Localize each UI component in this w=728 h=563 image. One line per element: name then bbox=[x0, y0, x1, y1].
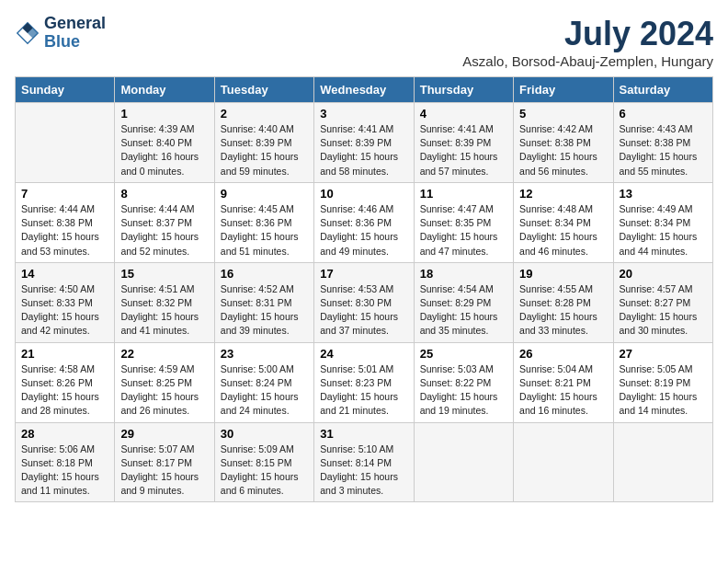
calendar-cell: 5Sunrise: 4:42 AM Sunset: 8:38 PM Daylig… bbox=[514, 103, 613, 183]
header-cell-monday: Monday bbox=[115, 77, 214, 103]
day-number: 13 bbox=[620, 187, 707, 201]
day-number: 12 bbox=[519, 187, 607, 201]
calendar-cell: 15Sunrise: 4:51 AM Sunset: 8:32 PM Dayli… bbox=[115, 262, 214, 342]
day-number: 19 bbox=[519, 267, 607, 281]
cell-content: Sunrise: 5:04 AM Sunset: 8:21 PM Dayligh… bbox=[519, 362, 607, 419]
calendar-cell: 6Sunrise: 4:43 AM Sunset: 8:38 PM Daylig… bbox=[613, 103, 712, 183]
cell-content: Sunrise: 5:07 AM Sunset: 8:17 PM Dayligh… bbox=[120, 442, 208, 499]
week-row-3: 21Sunrise: 4:58 AM Sunset: 8:26 PM Dayli… bbox=[16, 342, 713, 422]
day-number: 31 bbox=[320, 427, 407, 441]
header-cell-sunday: Sunday bbox=[16, 77, 115, 103]
calendar-cell: 11Sunrise: 4:47 AM Sunset: 8:35 PM Dayli… bbox=[414, 182, 513, 262]
calendar-cell: 21Sunrise: 4:58 AM Sunset: 8:26 PM Dayli… bbox=[16, 342, 115, 422]
calendar-header: SundayMondayTuesdayWednesdayThursdayFrid… bbox=[16, 77, 713, 103]
calendar-cell: 18Sunrise: 4:54 AM Sunset: 8:29 PM Dayli… bbox=[414, 262, 513, 342]
day-number: 8 bbox=[120, 187, 208, 201]
calendar-cell: 7Sunrise: 4:44 AM Sunset: 8:38 PM Daylig… bbox=[16, 182, 115, 262]
day-number: 3 bbox=[320, 107, 407, 121]
day-number: 14 bbox=[21, 267, 108, 281]
page-header: General Blue July 2024 Aszalo, Borsod-Ab… bbox=[15, 15, 713, 69]
calendar-cell: 28Sunrise: 5:06 AM Sunset: 8:18 PM Dayli… bbox=[16, 422, 115, 502]
calendar-cell: 17Sunrise: 4:53 AM Sunset: 8:30 PM Dayli… bbox=[314, 262, 414, 342]
cell-content: Sunrise: 5:01 AM Sunset: 8:23 PM Dayligh… bbox=[320, 362, 407, 419]
cell-content: Sunrise: 5:05 AM Sunset: 8:19 PM Dayligh… bbox=[620, 362, 707, 419]
calendar-cell: 4Sunrise: 4:41 AM Sunset: 8:39 PM Daylig… bbox=[414, 103, 513, 183]
header-row: SundayMondayTuesdayWednesdayThursdayFrid… bbox=[16, 77, 713, 103]
cell-content: Sunrise: 4:58 AM Sunset: 8:26 PM Dayligh… bbox=[21, 362, 108, 419]
day-number: 4 bbox=[420, 107, 507, 121]
cell-content: Sunrise: 4:59 AM Sunset: 8:25 PM Dayligh… bbox=[120, 362, 208, 419]
cell-content: Sunrise: 4:53 AM Sunset: 8:30 PM Dayligh… bbox=[320, 282, 407, 339]
cell-content: Sunrise: 5:06 AM Sunset: 8:18 PM Dayligh… bbox=[21, 442, 108, 499]
cell-content: Sunrise: 4:40 AM Sunset: 8:39 PM Dayligh… bbox=[221, 122, 308, 178]
calendar-cell: 8Sunrise: 4:44 AM Sunset: 8:37 PM Daylig… bbox=[115, 182, 214, 262]
week-row-2: 14Sunrise: 4:50 AM Sunset: 8:33 PM Dayli… bbox=[16, 262, 713, 342]
calendar-cell: 27Sunrise: 5:05 AM Sunset: 8:19 PM Dayli… bbox=[613, 342, 712, 422]
title-area: July 2024 Aszalo, Borsod-Abauj-Zemplen, … bbox=[462, 15, 713, 69]
calendar-cell: 22Sunrise: 4:59 AM Sunset: 8:25 PM Dayli… bbox=[115, 342, 214, 422]
calendar-cell: 20Sunrise: 4:57 AM Sunset: 8:27 PM Dayli… bbox=[613, 262, 712, 342]
day-number: 1 bbox=[120, 107, 208, 121]
calendar-cell: 25Sunrise: 5:03 AM Sunset: 8:22 PM Dayli… bbox=[414, 342, 513, 422]
calendar-cell bbox=[16, 103, 115, 183]
logo-line1: General bbox=[44, 15, 106, 33]
cell-content: Sunrise: 4:44 AM Sunset: 8:37 PM Dayligh… bbox=[120, 202, 208, 259]
calendar-table: SundayMondayTuesdayWednesdayThursdayFrid… bbox=[15, 76, 713, 502]
week-row-1: 7Sunrise: 4:44 AM Sunset: 8:38 PM Daylig… bbox=[16, 182, 713, 262]
day-number: 26 bbox=[519, 347, 607, 361]
day-number: 30 bbox=[221, 427, 308, 441]
month-year-title: July 2024 bbox=[462, 15, 713, 53]
day-number: 24 bbox=[320, 347, 407, 361]
day-number: 5 bbox=[519, 107, 607, 121]
calendar-cell: 14Sunrise: 4:50 AM Sunset: 8:33 PM Dayli… bbox=[16, 262, 115, 342]
cell-content: Sunrise: 4:55 AM Sunset: 8:28 PM Dayligh… bbox=[519, 282, 607, 339]
header-cell-thursday: Thursday bbox=[414, 77, 513, 103]
calendar-cell: 23Sunrise: 5:00 AM Sunset: 8:24 PM Dayli… bbox=[214, 342, 313, 422]
calendar-cell: 30Sunrise: 5:09 AM Sunset: 8:15 PM Dayli… bbox=[214, 422, 313, 502]
day-number: 25 bbox=[420, 347, 507, 361]
day-number: 9 bbox=[221, 187, 308, 201]
day-number: 20 bbox=[620, 267, 707, 281]
calendar-cell: 3Sunrise: 4:41 AM Sunset: 8:39 PM Daylig… bbox=[314, 103, 414, 183]
cell-content: Sunrise: 4:39 AM Sunset: 8:40 PM Dayligh… bbox=[120, 122, 208, 178]
cell-content: Sunrise: 5:00 AM Sunset: 8:24 PM Dayligh… bbox=[221, 362, 308, 419]
cell-content: Sunrise: 4:46 AM Sunset: 8:36 PM Dayligh… bbox=[320, 202, 407, 259]
cell-content: Sunrise: 4:41 AM Sunset: 8:39 PM Dayligh… bbox=[420, 122, 507, 178]
calendar-cell: 9Sunrise: 4:45 AM Sunset: 8:36 PM Daylig… bbox=[214, 182, 313, 262]
cell-content: Sunrise: 4:43 AM Sunset: 8:38 PM Dayligh… bbox=[620, 122, 707, 178]
day-number: 16 bbox=[221, 267, 308, 281]
calendar-cell: 2Sunrise: 4:40 AM Sunset: 8:39 PM Daylig… bbox=[214, 103, 313, 183]
logo-line2: Blue bbox=[44, 33, 106, 52]
day-number: 27 bbox=[620, 347, 707, 361]
day-number: 6 bbox=[620, 107, 707, 121]
calendar-cell: 19Sunrise: 4:55 AM Sunset: 8:28 PM Dayli… bbox=[514, 262, 613, 342]
day-number: 29 bbox=[120, 427, 208, 441]
week-row-4: 28Sunrise: 5:06 AM Sunset: 8:18 PM Dayli… bbox=[16, 422, 713, 502]
cell-content: Sunrise: 4:52 AM Sunset: 8:31 PM Dayligh… bbox=[221, 282, 308, 339]
day-number: 28 bbox=[21, 427, 108, 441]
week-row-0: 1Sunrise: 4:39 AM Sunset: 8:40 PM Daylig… bbox=[16, 103, 713, 183]
day-number: 17 bbox=[320, 267, 407, 281]
cell-content: Sunrise: 5:09 AM Sunset: 8:15 PM Dayligh… bbox=[221, 442, 308, 499]
calendar-cell: 26Sunrise: 5:04 AM Sunset: 8:21 PM Dayli… bbox=[514, 342, 613, 422]
cell-content: Sunrise: 5:10 AM Sunset: 8:14 PM Dayligh… bbox=[320, 442, 407, 499]
header-cell-wednesday: Wednesday bbox=[314, 77, 414, 103]
cell-content: Sunrise: 5:03 AM Sunset: 8:22 PM Dayligh… bbox=[420, 362, 507, 419]
cell-content: Sunrise: 4:49 AM Sunset: 8:34 PM Dayligh… bbox=[620, 202, 707, 259]
calendar-cell bbox=[514, 422, 613, 502]
cell-content: Sunrise: 4:41 AM Sunset: 8:39 PM Dayligh… bbox=[320, 122, 407, 178]
day-number: 21 bbox=[21, 347, 108, 361]
calendar-cell: 13Sunrise: 4:49 AM Sunset: 8:34 PM Dayli… bbox=[613, 182, 712, 262]
calendar-cell bbox=[613, 422, 712, 502]
cell-content: Sunrise: 4:54 AM Sunset: 8:29 PM Dayligh… bbox=[420, 282, 507, 339]
cell-content: Sunrise: 4:51 AM Sunset: 8:32 PM Dayligh… bbox=[120, 282, 208, 339]
header-cell-saturday: Saturday bbox=[613, 77, 712, 103]
day-number: 23 bbox=[221, 347, 308, 361]
calendar-cell: 24Sunrise: 5:01 AM Sunset: 8:23 PM Dayli… bbox=[314, 342, 414, 422]
cell-content: Sunrise: 4:57 AM Sunset: 8:27 PM Dayligh… bbox=[620, 282, 707, 339]
logo-icon bbox=[15, 20, 40, 46]
cell-content: Sunrise: 4:50 AM Sunset: 8:33 PM Dayligh… bbox=[21, 282, 108, 339]
day-number: 18 bbox=[420, 267, 507, 281]
day-number: 11 bbox=[420, 187, 507, 201]
calendar-cell bbox=[414, 422, 513, 502]
